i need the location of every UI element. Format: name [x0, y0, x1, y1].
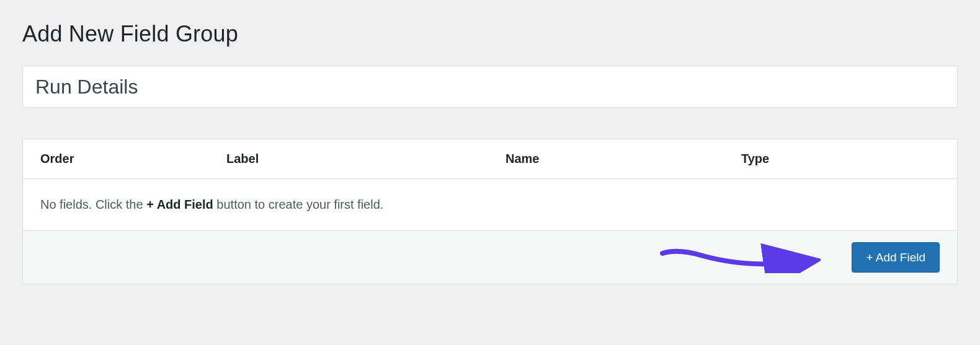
annotation-arrow-icon	[659, 242, 821, 273]
empty-prefix: No fields. Click the	[40, 198, 146, 211]
fields-panel: Order Label Name Type No fields. Click t…	[22, 139, 958, 284]
page-title: Add New Field Group	[22, 21, 958, 47]
column-header-label: Label	[226, 152, 506, 166]
column-header-type: Type	[741, 152, 940, 166]
empty-state-message: No fields. Click the + Add Field button …	[23, 179, 957, 231]
group-title-input[interactable]	[22, 66, 958, 108]
empty-bold: + Add Field	[146, 198, 213, 211]
fields-footer: + Add Field	[23, 231, 957, 284]
empty-suffix: button to create your first field.	[213, 198, 384, 211]
column-header-order: Order	[40, 152, 226, 166]
add-field-button[interactable]: + Add Field	[852, 242, 940, 273]
fields-header-row: Order Label Name Type	[23, 139, 957, 179]
column-header-name: Name	[506, 152, 741, 166]
